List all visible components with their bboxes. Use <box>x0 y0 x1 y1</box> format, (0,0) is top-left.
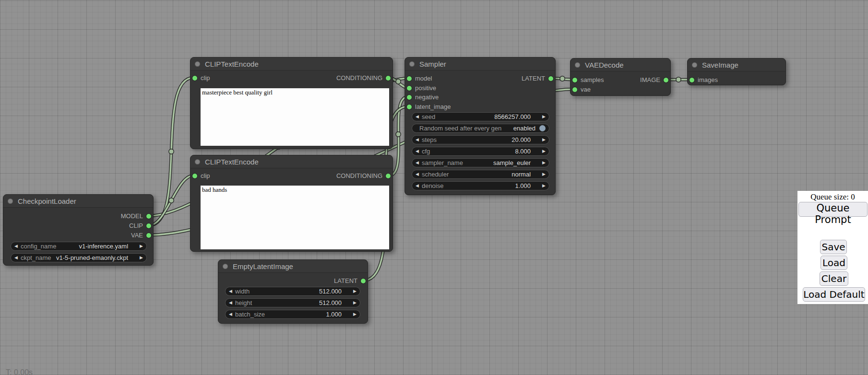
right-arrow-icon[interactable]: ▶ <box>353 289 357 293</box>
left-arrow-icon[interactable]: ◀ <box>14 256 18 260</box>
widget-sampler-name[interactable]: ◀ sampler_name sample_euler ▶ <box>412 158 549 167</box>
widget-value: enabled <box>513 125 536 132</box>
collapse-dot-icon[interactable] <box>195 61 200 67</box>
widget-value: sample_euler <box>493 159 539 166</box>
node-cliptextencode-positive[interactable]: CLIPTextEncode clip CONDITIONING masterp… <box>190 57 393 149</box>
input-dot-negative[interactable] <box>407 95 412 100</box>
left-arrow-icon[interactable]: ◀ <box>416 115 419 119</box>
node-cliptextencode-negative[interactable]: CLIPTextEncode clip CONDITIONING bad han… <box>190 155 393 252</box>
right-arrow-icon[interactable]: ▶ <box>140 256 143 260</box>
output-dot-conditioning[interactable] <box>386 174 391 178</box>
left-arrow-icon[interactable]: ◀ <box>416 161 419 165</box>
widget-denoise[interactable]: ◀ denoise 1.000 ▶ <box>412 181 549 190</box>
widget-label: sampler_name <box>422 159 463 166</box>
input-dot-images[interactable] <box>690 78 694 82</box>
node-titlebar[interactable]: VAEDecode <box>571 59 670 71</box>
input-dot-latent-image[interactable] <box>407 105 412 109</box>
load-default-button[interactable]: Load Default <box>803 287 865 302</box>
input-slot-negative: negative <box>405 94 555 101</box>
output-dot-model[interactable] <box>146 214 151 219</box>
slot-label: CONDITIONING <box>336 74 382 82</box>
node-titlebar[interactable]: SaveImage <box>688 59 785 71</box>
collapse-dot-icon[interactable] <box>223 264 228 269</box>
right-arrow-icon[interactable]: ▶ <box>542 161 546 165</box>
output-dot-conditioning[interactable] <box>386 76 391 81</box>
collapse-dot-icon[interactable] <box>8 199 13 204</box>
link-midpoint-dot[interactable] <box>396 132 401 137</box>
positive-prompt-textarea[interactable]: masterpiece best quality girl <box>201 88 389 146</box>
node-titlebar[interactable]: Sampler <box>405 58 555 70</box>
left-arrow-icon[interactable]: ◀ <box>416 172 419 176</box>
left-arrow-icon[interactable]: ◀ <box>229 301 232 305</box>
left-arrow-icon[interactable]: ◀ <box>416 149 419 153</box>
link-midpoint-dot[interactable] <box>169 198 174 203</box>
left-arrow-icon[interactable]: ◀ <box>416 138 419 142</box>
node-saveimage[interactable]: SaveImage images <box>687 58 786 85</box>
widget-seed[interactable]: ◀ seed 8566257.000 ▶ <box>412 112 549 121</box>
link-midpoint-dot[interactable] <box>560 76 565 81</box>
negative-prompt-textarea[interactable]: bad hands <box>201 186 389 249</box>
output-slot-model: MODEL <box>3 212 153 220</box>
node-titlebar[interactable]: EmptyLatentImage <box>218 260 368 273</box>
node-titlebar[interactable]: CLIPTextEncode <box>190 58 392 70</box>
node-sampler[interactable]: Sampler model positive negative latent_i… <box>404 57 556 195</box>
output-dot-vae[interactable] <box>146 233 151 238</box>
widget-config-name[interactable]: ◀ config_name v1-inference.yaml ▶ <box>11 242 147 251</box>
collapse-dot-icon[interactable] <box>575 62 580 68</box>
widget-value: v1-inference.yaml <box>79 243 137 250</box>
link-midpoint-dot[interactable] <box>396 79 401 84</box>
widget-label: Random seed after every gen <box>419 125 501 132</box>
widget-random-seed-toggle[interactable]: Random seed after every gen enabled <box>412 124 549 133</box>
widget-ckpt-name[interactable]: ◀ ckpt_name v1-5-pruned-emaonly.ckpt ▶ <box>11 253 147 262</box>
slot-label: latent_image <box>415 103 451 111</box>
queue-prompt-button[interactable]: Queue Prompt <box>798 202 868 217</box>
load-button[interactable]: Load <box>820 256 847 270</box>
widget-label: scheduler <box>422 171 449 178</box>
collapse-dot-icon[interactable] <box>195 159 200 164</box>
widget-batch-size[interactable]: ◀ batch_size 1.000 ▶ <box>225 310 360 319</box>
left-arrow-icon[interactable]: ◀ <box>14 244 18 248</box>
clear-button[interactable]: Clear <box>820 271 848 286</box>
right-arrow-icon[interactable]: ▶ <box>542 138 546 142</box>
node-emptylatentimage[interactable]: EmptyLatentImage LATENT ◀ width 512.000 … <box>218 259 368 324</box>
left-arrow-icon[interactable]: ◀ <box>229 289 232 293</box>
link-midpoint-dot[interactable] <box>169 149 174 154</box>
right-arrow-icon[interactable]: ▶ <box>542 184 546 188</box>
output-dot-image[interactable] <box>664 78 668 82</box>
node-title: CLIPTextEncode <box>205 155 259 168</box>
right-arrow-icon[interactable]: ▶ <box>542 172 546 176</box>
collapse-dot-icon[interactable] <box>692 62 697 68</box>
output-slot-image: IMAGE <box>571 76 670 84</box>
input-dot-positive[interactable] <box>407 86 412 91</box>
right-arrow-icon[interactable]: ▶ <box>353 301 357 305</box>
comfyui-canvas[interactable]: { "canvas": { "status_text": "T: 0.00s" … <box>0 0 868 375</box>
right-arrow-icon[interactable]: ▶ <box>140 244 143 248</box>
output-dot-clip[interactable] <box>146 223 151 228</box>
right-arrow-icon[interactable]: ▶ <box>542 149 546 153</box>
widget-steps[interactable]: ◀ steps 20.000 ▶ <box>412 135 549 144</box>
node-vaedecode[interactable]: VAEDecode samples vae IMAGE <box>570 58 671 96</box>
link-midpoint-dot[interactable] <box>676 77 681 82</box>
output-dot-latent[interactable] <box>361 279 366 283</box>
left-arrow-icon[interactable]: ◀ <box>416 184 419 188</box>
output-slot-vae: VAE <box>3 232 153 239</box>
right-arrow-icon[interactable]: ▶ <box>542 115 546 119</box>
save-button[interactable]: Save <box>820 240 847 254</box>
node-titlebar[interactable]: CheckpointLoader <box>3 195 153 208</box>
slot-label: LATENT <box>334 277 357 285</box>
output-slot-latent: LATENT <box>405 75 555 82</box>
widget-cfg[interactable]: ◀ cfg 8.000 ▶ <box>412 147 549 156</box>
toggle-knob-icon[interactable] <box>539 125 546 131</box>
left-arrow-icon[interactable]: ◀ <box>229 312 232 316</box>
input-dot-vae[interactable] <box>572 87 577 92</box>
node-checkpointloader[interactable]: CheckpointLoader MODEL CLIP VAE ◀ config… <box>3 194 154 266</box>
widget-width[interactable]: ◀ width 512.000 ▶ <box>225 287 360 296</box>
node-title: CheckpointLoader <box>18 195 76 208</box>
widget-scheduler[interactable]: ◀ scheduler normal ▶ <box>412 170 549 179</box>
widget-height[interactable]: ◀ height 512.000 ▶ <box>225 298 360 307</box>
output-dot-latent[interactable] <box>548 76 553 81</box>
collapse-dot-icon[interactable] <box>409 61 415 67</box>
right-arrow-icon[interactable]: ▶ <box>353 312 357 316</box>
input-slot-vae: vae <box>571 86 670 94</box>
node-titlebar[interactable]: CLIPTextEncode <box>190 155 392 168</box>
